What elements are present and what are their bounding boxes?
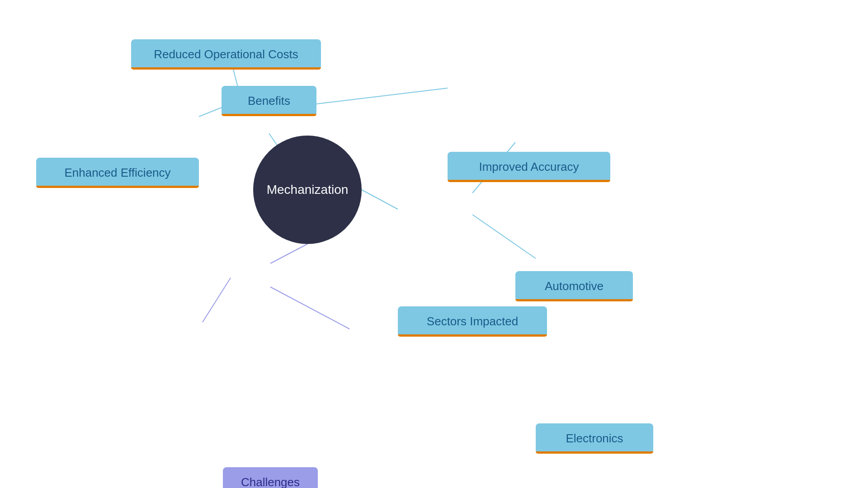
svg-line-2 (199, 108, 222, 117)
sectors-impacted-label: Sectors Impacted (427, 314, 518, 328)
svg-line-4 (362, 190, 398, 209)
svg-line-9 (270, 287, 349, 329)
benefits-node[interactable]: Benefits (222, 86, 316, 116)
sectors-impacted-node[interactable]: Sectors Impacted (398, 306, 547, 337)
challenges-label: Challenges (241, 475, 300, 488)
automotive-label: Automotive (545, 279, 604, 293)
svg-line-8 (203, 278, 231, 322)
center-node-label: Mechanization (267, 183, 349, 197)
svg-line-7 (270, 244, 307, 263)
electronics-node[interactable]: Electronics (536, 423, 653, 454)
automotive-node[interactable]: Automotive (515, 271, 633, 301)
center-node: Mechanization (253, 136, 362, 244)
reduced-costs-node[interactable]: Reduced Operational Costs (131, 39, 321, 70)
electronics-label: Electronics (566, 432, 623, 446)
benefits-label: Benefits (248, 94, 290, 108)
reduced-costs-label: Reduced Operational Costs (154, 47, 298, 61)
challenges-node[interactable]: Challenges (223, 467, 318, 488)
enhanced-efficiency-node[interactable]: Enhanced Efficiency (36, 158, 199, 188)
improved-accuracy-label: Improved Accuracy (479, 160, 579, 174)
improved-accuracy-node[interactable]: Improved Accuracy (448, 152, 610, 182)
svg-line-6 (472, 215, 536, 258)
svg-line-3 (316, 88, 448, 104)
enhanced-efficiency-label: Enhanced Efficiency (64, 166, 170, 180)
